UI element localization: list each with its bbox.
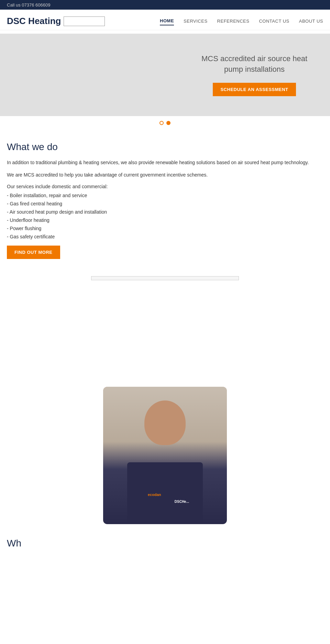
services-list: - Boiler installation, repair and servic…	[7, 193, 323, 239]
who-heading: Wh	[7, 538, 323, 549]
main-content: What we do In addition to traditional pl…	[0, 135, 330, 269]
nav: HOME SERVICES REFERENCES CONTACT US ABOU…	[160, 17, 323, 25]
service-2: - Gas fired central heating	[7, 201, 323, 206]
top-bar: Call us 07376 606609	[0, 0, 330, 10]
service-1: - Boiler installation, repair and servic…	[7, 193, 323, 198]
nav-contact[interactable]: CONTACT US	[259, 17, 289, 25]
nav-about[interactable]: ABOUT US	[299, 17, 323, 25]
services-label: Our services include domestic and commer…	[7, 184, 323, 189]
mcs-paragraph: We are MCS accredited to help you take a…	[7, 171, 323, 179]
who-section: Wh	[0, 531, 330, 549]
hero-title: MCS accredited air source heat pump inst…	[199, 54, 309, 75]
divider-image	[91, 276, 239, 280]
logo-area: DSC Heating	[7, 16, 105, 26]
header: DSC Heating HOME SERVICES REFERENCES CON…	[0, 10, 330, 30]
intro-paragraph: In addition to traditional plumbing & he…	[7, 159, 323, 166]
hero-banner: MCS accredited air source heat pump inst…	[0, 34, 330, 116]
hero-content: MCS accredited air source heat pump inst…	[199, 54, 309, 97]
image-section: ecodan DSCHe...	[0, 387, 330, 524]
shirt-logo1: ecodan	[148, 493, 161, 497]
person-head	[144, 400, 186, 445]
service-6: - Gas safety certificate	[7, 234, 323, 239]
nav-home[interactable]: HOME	[160, 17, 174, 25]
nav-services[interactable]: SERVICES	[184, 17, 208, 25]
person-photo-inner: ecodan DSCHe...	[103, 387, 227, 524]
nav-references[interactable]: REFERENCES	[217, 17, 250, 25]
person-photo: ecodan DSCHe...	[103, 387, 227, 524]
carousel-dot-1[interactable]	[160, 121, 164, 125]
carousel-dots	[0, 121, 330, 125]
person-body: ecodan DSCHe...	[127, 462, 203, 524]
spacer-area	[0, 280, 330, 370]
carousel-dot-2[interactable]	[166, 121, 170, 125]
shirt-logo2: DSCHe...	[175, 500, 189, 504]
service-5: - Power flushing	[7, 226, 323, 231]
schedule-button[interactable]: SCHEDULE AN ASSESSMENT	[213, 83, 296, 96]
service-4: - Underfloor heating	[7, 217, 323, 223]
logo-text: DSC Heating	[7, 16, 61, 26]
what-we-do-heading: What we do	[7, 142, 323, 152]
find-out-button[interactable]: FIND OUT MORE	[7, 246, 60, 259]
logo-box	[64, 16, 105, 26]
service-3: - Air sourced heat pump design and insta…	[7, 209, 323, 215]
phone-label: Call us 07376 606609	[7, 2, 51, 8]
